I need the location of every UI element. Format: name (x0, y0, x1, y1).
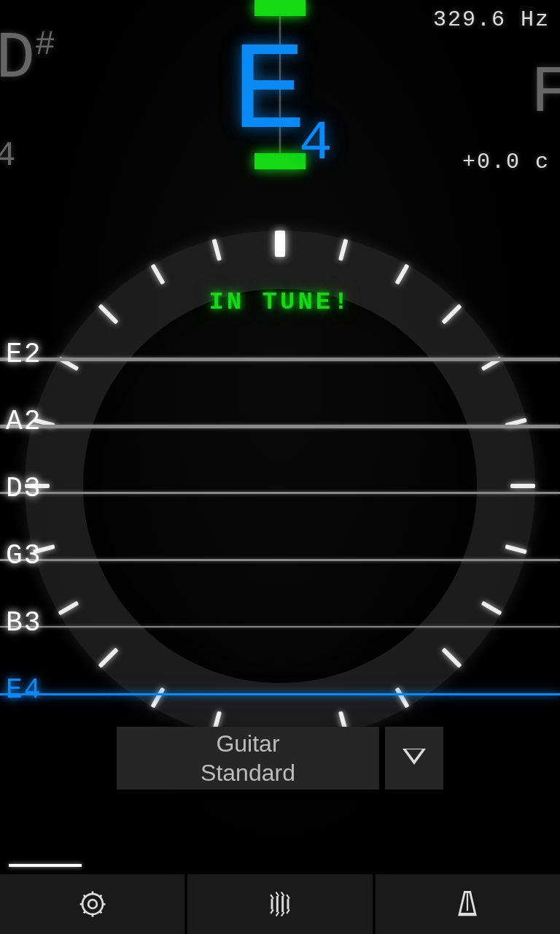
pitch-pipes-button[interactable] (187, 874, 372, 934)
string-row[interactable]: A2 (0, 410, 560, 477)
string-label: G3 (6, 540, 42, 571)
string-line (0, 626, 560, 628)
string-row[interactable]: D3 (0, 477, 560, 544)
in-tune-indicator: IN TUNE! (209, 288, 351, 316)
gear-icon (77, 888, 109, 920)
string-row[interactable]: E2 (0, 343, 560, 410)
svg-point-1 (82, 894, 103, 914)
dial-tick (212, 239, 222, 261)
previous-note-sharp: # (35, 26, 55, 64)
tuning-preset-button[interactable]: Guitar Standard (117, 727, 379, 790)
svg-rect-2 (459, 913, 475, 916)
frequency-readout: 329.6 Hz (433, 7, 550, 32)
string-line (0, 358, 560, 361)
string-line (0, 559, 560, 561)
svg-point-0 (88, 900, 97, 908)
settings-button[interactable] (0, 874, 184, 934)
string-label: B3 (6, 607, 42, 638)
input-level-bar (9, 864, 82, 867)
string-label: D3 (6, 473, 42, 504)
string-row[interactable]: B3 (0, 611, 560, 679)
note-rail[interactable]: D#4 E4 F (0, 29, 560, 168)
bottom-toolbar (0, 874, 560, 934)
current-note-octave: 4 (299, 112, 327, 175)
dial-tick (394, 263, 409, 285)
string-line (0, 425, 560, 428)
next-note: F (531, 56, 560, 131)
chevron-down-icon (402, 750, 426, 766)
tune-marker-top (254, 0, 306, 16)
string-label: A2 (6, 406, 42, 437)
dial-tick (275, 231, 285, 257)
metronome-button[interactable] (376, 874, 560, 934)
dial-tick (150, 263, 165, 285)
tuning-line2: Standard (201, 758, 295, 787)
previous-note-letter: D (0, 22, 35, 96)
metronome-icon (451, 888, 483, 920)
current-note: E4 (232, 32, 328, 166)
string-row[interactable]: G3 (0, 544, 560, 611)
current-note-letter: E (232, 23, 300, 164)
tuning-dropdown-button[interactable] (385, 727, 443, 790)
previous-note: D#4 (0, 22, 55, 175)
dial-tick (441, 304, 462, 324)
previous-note-octave: 4 (0, 137, 16, 175)
string-line (0, 693, 560, 695)
note-display-section: 329.6 Hz +0.0 c D#4 E4 F (0, 0, 560, 190)
pitch-pipe-icon (264, 888, 296, 920)
strings-panel: E2A2D3G3B3E4 (0, 343, 560, 746)
tuning-selector: Guitar Standard (117, 727, 443, 790)
string-line (0, 492, 560, 494)
string-label: E2 (6, 339, 42, 370)
dial-tick (98, 304, 118, 324)
tuning-line1: Guitar (216, 729, 279, 758)
tuner-app: 329.6 Hz +0.0 c D#4 E4 F IN TUNE! E2A2D3… (0, 0, 560, 934)
dial-tick (338, 239, 349, 261)
string-label: E4 (6, 674, 42, 706)
